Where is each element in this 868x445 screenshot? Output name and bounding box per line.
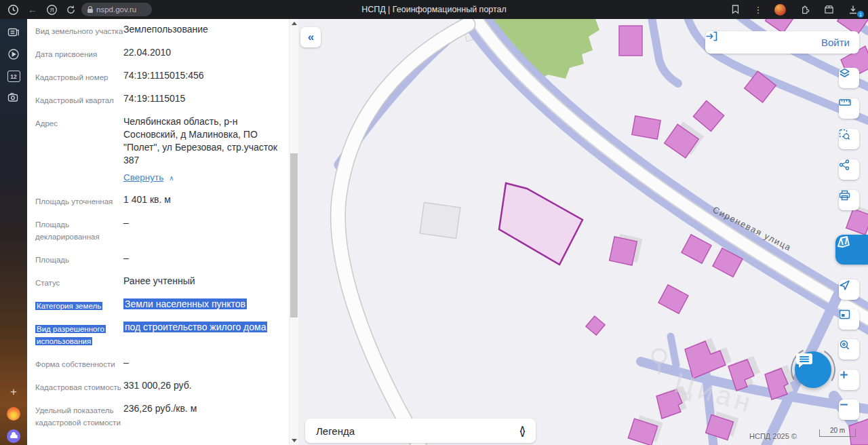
panel-row: Удельный показатель кадастровой стоимост… — [35, 402, 288, 429]
panel-row: Категория земель Земли населенных пункто… — [35, 298, 288, 312]
screenshot-camera-icon[interactable] — [0, 92, 27, 102]
login-label: Войти — [821, 37, 850, 48]
collections-icon[interactable] — [821, 0, 837, 19]
scale-label: 20 m — [829, 427, 846, 436]
panel-row: Вид земельного участка Землепользование — [35, 23, 288, 37]
field-label: Форма собственности — [35, 360, 115, 368]
panel-row: Дата присвоения 22.04.2010 — [35, 46, 288, 60]
login-arrow-icon — [705, 31, 717, 41]
panel-row: Кадастровый номер 74:19:1115015:456 — [35, 69, 288, 83]
overview-map-button[interactable] — [839, 309, 859, 330]
field-label: Кадастровый квартал — [35, 96, 114, 104]
area-search-button[interactable] — [839, 129, 859, 149]
panel-row: Площадь уточненная 1 401 кв. м — [35, 193, 288, 208]
field-label: Адрес — [35, 119, 58, 128]
profile-avatar[interactable] — [772, 0, 788, 19]
field-value: 331 000,26 руб. — [123, 380, 192, 391]
field-label: Площадь декларированная — [35, 220, 100, 241]
chevron-up-icon: ∧ — [169, 172, 174, 185]
chat-bubble-icon — [795, 351, 814, 369]
chat-button[interactable] — [795, 351, 831, 388]
map-area: Сиреневая улица Циан « Войти — [298, 19, 868, 445]
layers-button[interactable] — [839, 68, 859, 88]
zoom-in-button[interactable] — [839, 370, 859, 390]
svg-text:Я: Я — [50, 6, 54, 13]
browser-menu-icon[interactable]: ⋮ — [750, 0, 766, 19]
field-label: Вид земельного участка — [35, 27, 123, 35]
login-button[interactable]: Войти — [705, 31, 859, 54]
field-value: Земли населенных пунктов — [123, 298, 247, 309]
panel-row: Адрес Челябинская область, р-н Сосновски… — [35, 115, 288, 185]
legend-expand-icon: ∧∨ — [519, 426, 526, 436]
reload-button[interactable] — [62, 0, 79, 19]
feed-icon[interactable] — [0, 26, 27, 37]
browser-sidebar: 12 + ••• — [0, 19, 27, 445]
panel-row: Кадастровый квартал 74:19:1115015 — [35, 92, 288, 107]
cloud-service-orb[interactable] — [0, 429, 27, 443]
gray-building[interactable] — [420, 202, 460, 238]
field-label: Кадастровая стоимость — [35, 383, 121, 391]
field-label: Дата присвоения — [35, 50, 97, 58]
scroll-down-arrow[interactable] — [292, 439, 297, 442]
scroll-up-arrow[interactable] — [292, 22, 297, 25]
basemap-icon — [835, 235, 852, 250]
sidebar-add-icon[interactable]: + — [0, 385, 27, 399]
browser-topbar: ← Я nspd.gov.ru НСПД | Геоинформационный… — [0, 0, 868, 19]
calendar-icon[interactable]: 12 — [0, 71, 27, 82]
field-value: 74:19:1115015 — [123, 93, 185, 104]
panel-row: Статус Ранее учтенный — [35, 275, 288, 289]
panel-row: Форма собственности – — [35, 356, 288, 370]
share-button[interactable] — [839, 159, 859, 180]
calendar-day: 12 — [7, 71, 20, 82]
basemap-active-button[interactable] — [835, 235, 868, 265]
panel-row: Вид разрешенного использования под строи… — [35, 321, 288, 347]
map-attribution: НСПД 2025 © — [749, 432, 797, 440]
history-clock-icon[interactable] — [4, 0, 22, 19]
extensions-puzzle-icon[interactable] — [796, 0, 812, 19]
field-value: под строительство жилого дома — [123, 322, 267, 332]
yandex-services-icon[interactable]: Я — [43, 0, 60, 19]
field-value: 22.04.2010 — [123, 47, 171, 58]
field-label: Удельный показатель кадастровой стоимост… — [35, 406, 121, 427]
legend-bar[interactable]: Легенда ∧∨ — [305, 419, 536, 443]
field-value: Ранее учтенный — [123, 275, 195, 286]
panel-rows: Вид земельного участка Землепользование … — [35, 23, 288, 438]
back-button[interactable]: ← — [24, 0, 41, 19]
field-label: Кадастровый номер — [35, 73, 108, 81]
collapse-glyph: « — [308, 31, 313, 44]
chat-widget — [791, 347, 835, 392]
place-search-button[interactable] — [839, 339, 859, 360]
zoom-out-button[interactable] — [839, 400, 859, 420]
url-text: nspd.gov.ru — [96, 5, 136, 14]
address-bar[interactable]: nspd.gov.ru — [81, 3, 152, 16]
field-value: Челябинская область, р-н Сосновский, д М… — [123, 116, 277, 166]
panel-row: Площадь – — [35, 252, 288, 266]
yandex-search-orb[interactable] — [0, 407, 27, 421]
field-label: Категория земель — [35, 302, 102, 310]
map-canvas[interactable]: Сиреневая улица Циан — [298, 19, 868, 445]
panel-scrollbar[interactable] — [289, 19, 298, 445]
video-play-icon[interactable] — [0, 48, 27, 60]
lock-icon — [87, 9, 93, 13]
field-value: 236,26 руб./кв. м — [123, 403, 197, 414]
scrollbar-thumb[interactable] — [290, 153, 298, 317]
field-value: – — [123, 252, 129, 263]
locate-button[interactable] — [839, 279, 859, 300]
field-label: Вид разрешенного использования — [35, 325, 106, 345]
bookmark-icon[interactable] — [727, 0, 743, 19]
field-value: Землепользование — [123, 24, 208, 35]
collapse-panel-button[interactable]: « — [300, 27, 321, 47]
legend-label: Легенда — [316, 425, 355, 437]
field-value: 1 401 кв. м — [123, 194, 171, 205]
downloads-icon[interactable]: 1 — [845, 0, 861, 19]
collapse-address-link[interactable]: Свернуть∧ — [123, 171, 174, 185]
field-value: – — [123, 217, 129, 228]
download-badge: 1 — [857, 11, 864, 18]
panel-row: Кадастровая стоимость 331 000,26 руб. — [35, 379, 288, 393]
panel-row: Площадь декларированная – — [35, 216, 288, 243]
ruler-button[interactable] — [839, 98, 859, 119]
map-scale-bar: 20 m — [819, 429, 856, 437]
print-button[interactable] — [839, 190, 859, 210]
field-label: Площадь — [35, 256, 69, 264]
field-value: – — [123, 357, 129, 368]
